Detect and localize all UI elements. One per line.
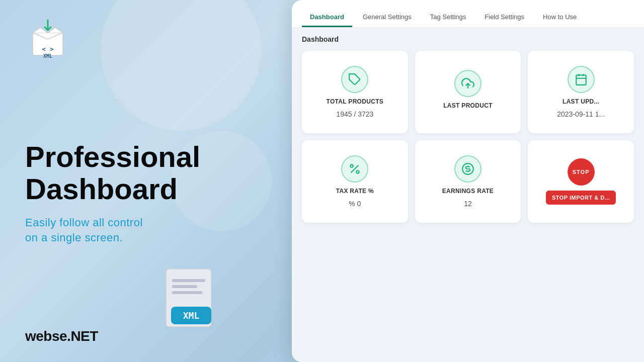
svg-rect-4: [172, 279, 205, 282]
left-panel: < > XML Professional Dashboard Easily fo…: [0, 0, 322, 362]
svg-point-16: [351, 164, 353, 167]
svg-rect-6: [172, 291, 202, 294]
dashboard-content: Dashboard TOTAL PRODUCTS 1945 / 3723 LAS…: [292, 28, 644, 362]
total-products-icon: [341, 66, 368, 93]
last-product-icon: [454, 70, 481, 97]
right-panel: Dashboard General Settings Tag Settings …: [292, 0, 644, 362]
tab-how-to-use[interactable]: How to Use: [535, 8, 585, 27]
last-product-label: LAST PRODUCT: [443, 102, 493, 109]
tax-rate-icon: [341, 155, 368, 183]
svg-point-17: [357, 170, 359, 173]
tab-general-settings[interactable]: General Settings: [355, 8, 420, 27]
last-update-label: LAST UPD...: [562, 98, 599, 105]
cards-row-1: TOTAL PRODUCTS 1945 / 3723 LAST PRODUCT …: [302, 51, 634, 133]
svg-line-15: [351, 165, 359, 172]
card-last-product: LAST PRODUCT: [415, 51, 521, 133]
stop-icon: STOP: [568, 158, 595, 186]
card-earnings-rate: EARNINGS RATE 12: [415, 140, 521, 223]
svg-text:< >: < >: [42, 45, 54, 53]
brand-name: webse.NET: [25, 328, 98, 344]
last-update-value: 2023-09-11 1...: [557, 110, 605, 118]
total-products-label: TOTAL PRODUCTS: [327, 98, 384, 105]
card-stop-import: STOP STOP IMPORT & D...: [528, 140, 634, 223]
earnings-rate-value: 12: [464, 200, 472, 208]
tab-tag-settings[interactable]: Tag Settings: [422, 8, 474, 27]
section-title: Dashboard: [302, 35, 634, 43]
tax-rate-value: % 0: [349, 200, 361, 208]
tabs-container: Dashboard General Settings Tag Settings …: [292, 0, 644, 28]
svg-rect-11: [576, 75, 586, 85]
card-total-products: TOTAL PRODUCTS 1945 / 3723: [302, 51, 408, 133]
tab-field-settings[interactable]: Field Settings: [476, 8, 532, 27]
logo-icon: < > XML: [25, 15, 70, 60]
total-products-value: 1945 / 3723: [336, 110, 373, 118]
card-tax-rate: TAX RATE % % 0: [302, 140, 408, 223]
last-update-icon: [568, 66, 595, 93]
hero-title: Professional Dashboard: [25, 141, 297, 205]
card-last-update: LAST UPD... 2023-09-11 1...: [528, 51, 634, 133]
brand-logo: webse.NET: [25, 328, 98, 344]
svg-text:XML: XML: [183, 310, 200, 321]
hero-subtitle: Easily follow all control on a single sc…: [25, 215, 297, 246]
cards-row-2: TAX RATE % % 0 EARNINGS RATE 12 STOP STO…: [302, 140, 634, 223]
earnings-rate-label: EARNINGS RATE: [442, 188, 494, 195]
xml-file-illustration: XML: [161, 261, 226, 337]
earnings-rate-icon: [454, 155, 481, 183]
tab-dashboard[interactable]: Dashboard: [302, 8, 352, 27]
stop-import-button[interactable]: STOP IMPORT & D...: [546, 191, 616, 205]
svg-text:XML: XML: [43, 53, 52, 59]
svg-rect-5: [172, 285, 197, 288]
logo-area: < > XML: [25, 15, 297, 60]
tax-rate-label: TAX RATE %: [336, 188, 374, 195]
hero-text: Professional Dashboard Easily follow all…: [25, 141, 297, 246]
